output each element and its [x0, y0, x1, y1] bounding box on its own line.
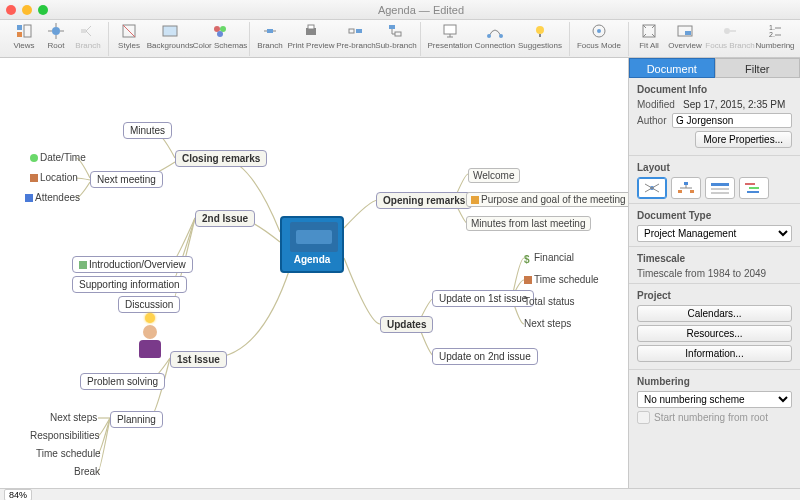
svg-rect-0 [17, 25, 22, 30]
tab-document[interactable]: Document [629, 58, 715, 78]
color-schemas-button[interactable]: Color Schemas [195, 22, 245, 56]
fit-all-button[interactable]: Fit All [633, 22, 665, 56]
svg-text:1.: 1. [769, 24, 775, 31]
numbering-button[interactable]: 1.2.Numbering [755, 22, 795, 56]
print-preview-button[interactable]: Print Preview [286, 22, 336, 56]
svg-rect-58 [745, 183, 755, 185]
zoom-level[interactable]: 84% [4, 489, 32, 501]
svg-rect-38 [685, 31, 691, 35]
sub-branch-button[interactable]: Sub-branch [376, 22, 416, 56]
leaf-prev-minutes[interactable]: Minutes from last meeting [466, 216, 591, 231]
svg-point-13 [214, 26, 220, 32]
heading-document-type: Document Type [637, 210, 792, 221]
svg-line-47 [645, 188, 652, 192]
label-author: Author [637, 115, 672, 126]
status-bar: 84% [0, 488, 800, 500]
svg-rect-27 [444, 25, 456, 34]
node-update-1st[interactable]: Update on 1st issue [432, 290, 534, 307]
branch-button[interactable]: Branch [72, 22, 104, 56]
leaf-financial[interactable]: $Financial [524, 252, 574, 263]
svg-point-14 [220, 26, 226, 32]
minimize-window-icon[interactable] [22, 5, 32, 15]
styles-button[interactable]: Styles [113, 22, 145, 56]
leaf-purpose[interactable]: Purpose and goal of the meeting [466, 192, 628, 207]
node-closing-minutes[interactable]: Minutes [123, 122, 172, 139]
leaf-location[interactable]: Location [30, 172, 78, 183]
node-opening-remarks[interactable]: Opening remarks [376, 192, 472, 209]
node-closing-remarks[interactable]: Closing remarks [175, 150, 267, 167]
views-button[interactable]: Views [8, 22, 40, 56]
more-properties-button[interactable]: More Properties... [695, 131, 792, 148]
leaf-next-steps-1[interactable]: Next steps [50, 412, 97, 423]
svg-rect-12 [163, 26, 177, 36]
svg-rect-8 [81, 29, 86, 33]
connection-button[interactable]: Connection [475, 22, 515, 56]
focus-mode-button[interactable]: Focus Mode [574, 22, 624, 56]
svg-rect-50 [684, 182, 688, 185]
svg-line-48 [652, 184, 659, 188]
presentation-button[interactable]: Presentation [425, 22, 475, 56]
node-updates[interactable]: Updates [380, 316, 433, 333]
leaf-total-status[interactable]: Total status [524, 296, 575, 307]
layout-mindmap-button[interactable] [637, 177, 667, 199]
numbering-scheme-select[interactable]: No numbering scheme [637, 391, 792, 408]
node-update-2nd[interactable]: Update on 2nd issue [432, 348, 538, 365]
svg-line-46 [645, 184, 652, 188]
leaf-attendees[interactable]: Attendees [25, 192, 80, 203]
layout-gantt-button[interactable] [739, 177, 769, 199]
numbering-root-checkbox[interactable] [637, 411, 650, 424]
leaf-datetime[interactable]: Date/Time [30, 152, 86, 163]
node-problem-solving[interactable]: Problem solving [80, 373, 165, 390]
leaf-time-schedule-1[interactable]: Time schedule [36, 448, 101, 459]
numbering-root-label: Start numbering from root [654, 412, 768, 423]
svg-rect-21 [356, 29, 362, 33]
node-supporting-info[interactable]: Supporting information [72, 276, 187, 293]
svg-point-3 [52, 27, 60, 35]
heading-layout: Layout [637, 162, 792, 173]
node-1st-issue[interactable]: 1st Issue [170, 351, 227, 368]
section-document-info: Document Info ModifiedSep 17, 2015, 2:35… [629, 78, 800, 156]
pre-branch-button[interactable]: Pre-branch [336, 22, 376, 56]
leaf-responsibilities[interactable]: Responsibilities [30, 430, 99, 441]
thinker-image-icon [135, 313, 165, 353]
node-discussion[interactable]: Discussion [118, 296, 180, 313]
author-input[interactable] [672, 113, 792, 128]
window-controls[interactable] [6, 5, 48, 15]
layout-tree-button[interactable] [671, 177, 701, 199]
svg-rect-24 [395, 32, 401, 36]
resources-button[interactable]: Resources... [637, 325, 792, 342]
node-root[interactable]: Agenda [280, 216, 344, 273]
node-intro-overview[interactable]: Introduction/Overview [72, 256, 193, 273]
svg-rect-20 [308, 25, 314, 29]
node-next-meeting[interactable]: Next meeting [90, 171, 163, 188]
information-button[interactable]: Information... [637, 345, 792, 362]
zoom-window-icon[interactable] [38, 5, 48, 15]
hourglass-icon [524, 276, 532, 284]
meeting-image-icon [290, 222, 338, 252]
close-window-icon[interactable] [6, 5, 16, 15]
node-planning[interactable]: Planning [110, 411, 163, 428]
leaf-welcome[interactable]: Welcome [468, 168, 520, 183]
calendars-button[interactable]: Calendars... [637, 305, 792, 322]
mindmap-canvas[interactable]: Agenda Closing remarks Minutes Next meet… [0, 58, 628, 488]
root-button[interactable]: Root [40, 22, 72, 56]
leaf-time-schedule-2[interactable]: Time schedule [524, 274, 599, 285]
inspector-panel: Document Filter Document Info ModifiedSe… [628, 58, 800, 488]
section-document-type: Document Type Project Management [629, 204, 800, 247]
layout-orgchart-button[interactable] [705, 177, 735, 199]
tab-filter[interactable]: Filter [715, 58, 801, 78]
svg-rect-53 [678, 190, 682, 193]
people-icon [25, 194, 33, 202]
backgrounds-button[interactable]: Backgrounds [145, 22, 195, 56]
node-2nd-issue[interactable]: 2nd Issue [195, 210, 255, 227]
branch2-button[interactable]: Branch [254, 22, 286, 56]
leaf-break[interactable]: Break [74, 466, 100, 477]
leaf-next-steps-2[interactable]: Next steps [524, 318, 571, 329]
window-title: Agenda — Edited [48, 4, 794, 16]
note-icon [79, 261, 87, 269]
suggestions-button[interactable]: Suggestions [515, 22, 565, 56]
overview-button[interactable]: Overview [665, 22, 705, 56]
section-layout: Layout [629, 156, 800, 204]
focus-branch-button[interactable]: Focus Branch [705, 22, 755, 56]
document-type-select[interactable]: Project Management [637, 225, 792, 242]
